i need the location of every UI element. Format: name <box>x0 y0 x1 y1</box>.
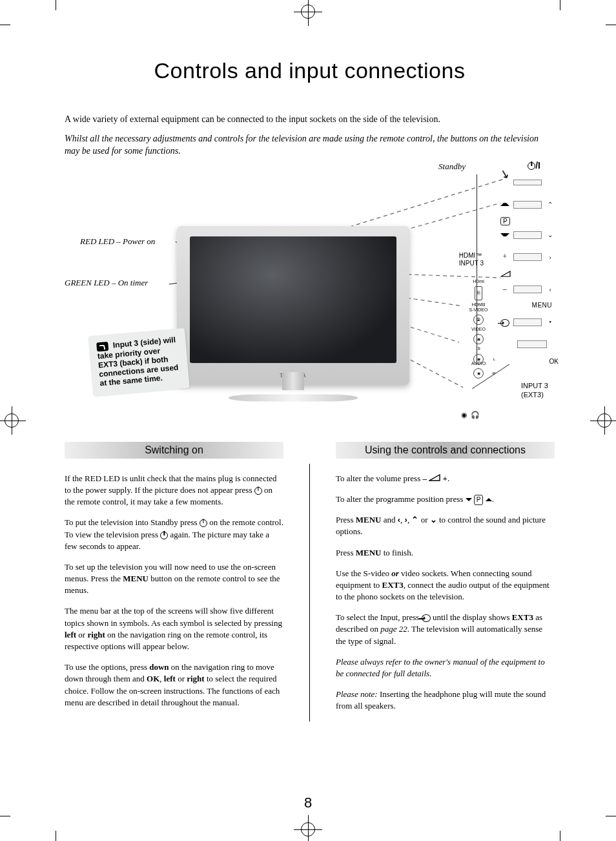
ok-button[interactable] <box>517 340 547 348</box>
crop-mark <box>56 831 56 841</box>
registration-mark <box>294 0 322 26</box>
audio-r-port: ◉ <box>473 368 484 379</box>
crop-mark <box>606 25 616 25</box>
vol-down-button[interactable] <box>513 286 542 293</box>
intro-text-2: Whilst all the necessary adjustments and… <box>65 132 555 158</box>
volume-icon <box>429 474 440 481</box>
svideo-port: ⦿ <box>473 315 484 325</box>
para: Please always refer to the owner's manua… <box>336 656 555 680</box>
side-ports: HDmi ⎘ HDMB S-VIDEO ⦿ VIDEO ◉ ③ ◉ L AUDI… <box>467 279 490 375</box>
chevron-up-icon: ⌃ <box>411 515 418 524</box>
para: Use the S-video or video sockets. When c… <box>336 568 555 603</box>
para: To alter the programme position press P … <box>336 493 555 505</box>
ok-label: OK <box>549 358 559 365</box>
crop-mark <box>560 831 560 841</box>
registration-mark <box>590 406 616 435</box>
chevron-right-icon: › <box>405 515 407 524</box>
crop-mark <box>560 0 560 10</box>
para: Press MENU to finish. <box>336 547 555 559</box>
input3-ext3-label: INPUT 3 (EXT3) <box>521 381 548 400</box>
para: To set up the television you will now ne… <box>65 561 283 597</box>
prog-up-button[interactable] <box>513 201 542 209</box>
input-icon <box>422 614 431 622</box>
chevron-left-icon: ‹ <box>398 515 400 524</box>
left-column: Switching on If the RED LED is unlit che… <box>65 442 283 722</box>
input3-priority-note: Input 3 (side) will take priority over E… <box>88 327 190 396</box>
para: To alter the volume press – +. <box>336 473 555 484</box>
hdmi-input-label: HDMI™ INPUT 3 <box>459 252 484 267</box>
triangle-up-icon <box>500 203 509 206</box>
power-icon <box>160 532 168 539</box>
note-icon <box>96 342 108 352</box>
triangle-up-icon <box>486 498 492 501</box>
section-heading-controls: Using the controls and connections <box>336 442 555 459</box>
column-divider <box>309 464 310 722</box>
p-badge: P <box>500 217 510 225</box>
para: If the RED LED is unlit check that the m… <box>65 473 283 508</box>
menu-label: MENU <box>500 302 555 309</box>
power-button[interactable] <box>513 180 542 185</box>
tv-diagram: RED LED – Power on GREEN LED – On timer … <box>65 164 555 435</box>
page-title: Controls and input connections <box>65 58 555 83</box>
page-number: 8 <box>304 794 312 811</box>
para: To use the options, press down on the na… <box>65 661 283 709</box>
intro-text-1: A wide variety of external equipment can… <box>65 113 555 126</box>
triangle-down-icon <box>466 498 472 501</box>
power-icon <box>200 519 207 527</box>
power-icon: /I <box>528 160 540 171</box>
para: To put the television into Standby press… <box>65 517 283 552</box>
green-led-label: GREEN LED – On timer <box>65 278 148 288</box>
menu-button[interactable] <box>513 318 542 326</box>
para: The menu bar at the top of the screens w… <box>65 605 283 652</box>
para: Press MENU and ‹, ›, ⌃ or ⌄ to control t… <box>336 514 555 537</box>
input-icon <box>500 319 509 327</box>
chevron-down-icon: ⌄ <box>430 515 437 524</box>
power-icon <box>254 487 262 495</box>
tv-side-buttons: ⌃ P ⌄ +› –‹ MENU • <box>500 173 555 357</box>
crop-mark <box>56 0 56 10</box>
section-heading-switching-on: Switching on <box>65 442 283 459</box>
crop-mark <box>606 816 616 816</box>
registration-mark <box>294 815 322 841</box>
tv-illustration: TOSHIBA <box>177 226 409 385</box>
volume-icon <box>500 271 511 278</box>
headphone-jack: ◉ 🎧 <box>461 411 480 419</box>
triangle-down-icon <box>500 233 509 236</box>
crop-mark <box>0 816 10 816</box>
crop-mark <box>0 25 10 25</box>
p-badge: P <box>474 495 484 505</box>
right-column: Using the controls and connections To al… <box>336 442 555 722</box>
prog-down-button[interactable] <box>513 231 542 239</box>
para: Please note: Inserting the headphone plu… <box>336 689 555 712</box>
red-led-label: RED LED – Power on <box>80 236 155 247</box>
vol-up-button[interactable] <box>513 253 542 261</box>
standby-label: Standby <box>438 161 466 172</box>
para: To select the Input, press until the dis… <box>336 612 555 647</box>
hdmi-port: ⎘ <box>475 286 482 300</box>
video-port: ◉ <box>473 334 484 344</box>
registration-mark <box>0 406 26 435</box>
